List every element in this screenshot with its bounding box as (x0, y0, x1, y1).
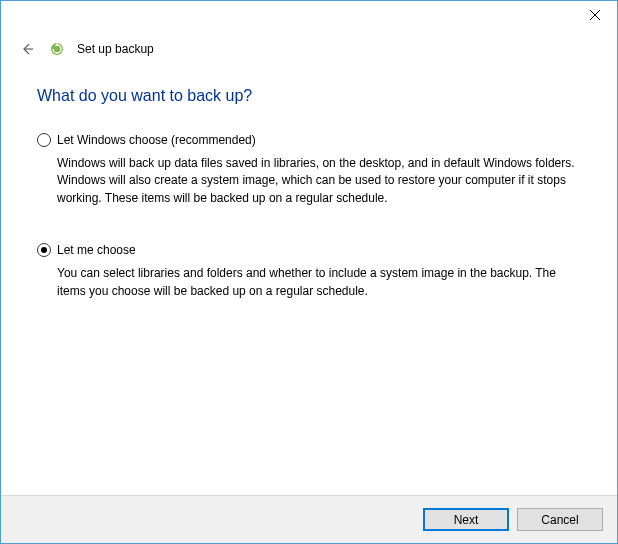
radio-let-me-choose[interactable]: Let me choose (37, 243, 581, 257)
wizard-window: Set up backup What do you want to back u… (0, 0, 618, 544)
radio-label: Let Windows choose (recommended) (57, 133, 256, 147)
close-icon (590, 10, 600, 20)
back-button[interactable] (17, 39, 37, 59)
option-description: You can select libraries and folders and… (37, 265, 577, 300)
radio-label: Let me choose (57, 243, 136, 257)
back-arrow-icon (19, 41, 35, 57)
header-title: Set up backup (77, 42, 154, 56)
content-area: What do you want to back up? Let Windows… (1, 59, 617, 495)
page-heading: What do you want to back up? (37, 87, 581, 105)
radio-icon (37, 133, 51, 147)
option-windows-choose: Let Windows choose (recommended) Windows… (37, 133, 581, 207)
option-description: Windows will back up data files saved in… (37, 155, 577, 207)
radio-icon (37, 243, 51, 257)
option-let-me-choose: Let me choose You can select libraries a… (37, 243, 581, 300)
footer: Next Cancel (1, 495, 617, 543)
radio-windows-choose[interactable]: Let Windows choose (recommended) (37, 133, 581, 147)
backup-icon (49, 41, 65, 57)
header: Set up backup (1, 31, 617, 59)
cancel-button[interactable]: Cancel (517, 508, 603, 531)
next-button[interactable]: Next (423, 508, 509, 531)
close-button[interactable] (572, 1, 617, 29)
titlebar (1, 1, 617, 31)
